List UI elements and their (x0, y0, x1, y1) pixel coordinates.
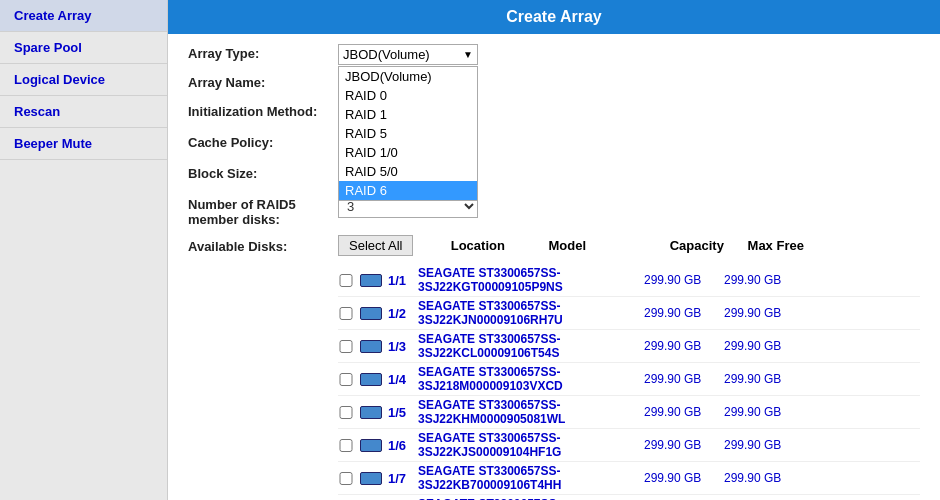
disk-checkbox-6[interactable] (338, 439, 354, 452)
disk-drive-icon (360, 340, 382, 353)
sidebar-item-logical-device[interactable]: Logical Device (0, 64, 167, 96)
disks-table-container: Select All Location Model Capacity Max F… (338, 235, 920, 500)
disk-location: 1/2 (388, 306, 418, 321)
array-type-dropdown-display[interactable]: JBOD(Volume) ▼ (338, 44, 478, 65)
disk-location: 1/7 (388, 471, 418, 486)
array-type-label: Array Type: (188, 44, 338, 61)
capacity-header: Capacity (670, 238, 724, 253)
disk-capacity: 299.90 GB (644, 273, 724, 287)
disk-checkbox-3[interactable] (338, 340, 354, 353)
available-disks-label: Available Disks: (188, 235, 338, 500)
disk-drive-icon (360, 274, 382, 287)
disk-max-free: 299.90 GB (724, 471, 781, 485)
disk-model: SEAGATE ST3300657SS-3SJ22KHM0000905081WL (418, 398, 638, 426)
array-type-dropdown-container[interactable]: JBOD(Volume) ▼ JBOD(Volume) RAID 0 RAID … (338, 44, 478, 65)
block-size-row: Block Size: 64K 128K 256K (188, 164, 920, 187)
disk-max-free: 299.90 GB (724, 273, 781, 287)
disk-capacity: 299.90 GB (644, 471, 724, 485)
disk-checkbox-1[interactable] (338, 274, 354, 287)
array-name-row: Array Name: (188, 73, 920, 94)
array-type-dropdown-list: JBOD(Volume) RAID 0 RAID 1 RAID 5 RAID 1… (338, 66, 478, 201)
available-disks-section: Available Disks: Select All Location Mod… (188, 235, 920, 500)
disk-max-free: 299.90 GB (724, 306, 781, 320)
disk-checkbox-7[interactable] (338, 472, 354, 485)
table-row: 1/6SEAGATE ST3300657SS-3SJ22KJS00009104H… (338, 429, 920, 462)
disk-model: SEAGATE ST3300657SS-3SJ22KJN00009106RH7U (418, 299, 638, 327)
disk-capacity: 299.90 GB (644, 339, 724, 353)
sidebar: Create Array Spare Pool Logical Device R… (0, 0, 168, 500)
disk-capacity: 299.90 GB (644, 306, 724, 320)
init-method-row: Initialization Method: None Quick Full (188, 102, 920, 125)
table-row: 1/4SEAGATE ST3300657SS-3SJ218M000009103V… (338, 363, 920, 396)
disk-max-free: 299.90 GB (724, 405, 781, 419)
raid5-members-row: Number of RAID5 member disks: 3 4 5 (188, 195, 920, 227)
sidebar-item-spare-pool[interactable]: Spare Pool (0, 32, 167, 64)
raid5-members-label: Number of RAID5 member disks: (188, 195, 338, 227)
disk-drive-icon (360, 373, 382, 386)
disk-model: SEAGATE ST3300657SS-3SJ22KGT00009105P9NS (418, 266, 638, 294)
dropdown-option-raid6[interactable]: RAID 6 (339, 181, 477, 200)
disk-capacity: 299.90 GB (644, 438, 724, 452)
disk-location: 1/5 (388, 405, 418, 420)
table-row: 1/3SEAGATE ST3300657SS-3SJ22KCL00009106T… (338, 330, 920, 363)
disk-model: SEAGATE ST3300657SS-3SJ218M000009103VXCD (418, 365, 638, 393)
sidebar-item-create-array[interactable]: Create Array (0, 0, 167, 32)
sidebar-item-beeper-mute[interactable]: Beeper Mute (0, 128, 167, 160)
dropdown-option-raid5[interactable]: RAID 5 (339, 124, 477, 143)
disk-location: 1/3 (388, 339, 418, 354)
dropdown-option-raid10[interactable]: RAID 1/0 (339, 143, 477, 162)
disk-checkbox-4[interactable] (338, 373, 354, 386)
disk-model: SEAGATE ST3300657SS-3SJ22KCL00009106T54S (418, 332, 638, 360)
disk-location: 1/4 (388, 372, 418, 387)
disk-drive-icon (360, 439, 382, 452)
cache-policy-row: Cache Policy: Write Back Write Through (188, 133, 920, 156)
array-type-control: JBOD(Volume) ▼ JBOD(Volume) RAID 0 RAID … (338, 44, 920, 65)
table-row: 1/2SEAGATE ST3300657SS-3SJ22KJN00009106R… (338, 297, 920, 330)
disk-max-free: 299.90 GB (724, 339, 781, 353)
main-body: Array Type: JBOD(Volume) ▼ JBOD(Volume) … (168, 34, 940, 500)
table-row: 1/7SEAGATE ST3300657SS-3SJ22KB700009106T… (338, 462, 920, 495)
dropdown-option-raid0[interactable]: RAID 0 (339, 86, 477, 105)
array-type-row: Array Type: JBOD(Volume) ▼ JBOD(Volume) … (188, 44, 920, 65)
block-size-label: Block Size: (188, 164, 338, 181)
select-all-button[interactable]: Select All (338, 235, 413, 256)
page-title: Create Array (168, 0, 940, 34)
location-header: Location (451, 238, 505, 253)
cache-policy-label: Cache Policy: (188, 133, 338, 150)
array-type-selected-value: JBOD(Volume) (343, 47, 430, 62)
sidebar-item-rescan[interactable]: Rescan (0, 96, 167, 128)
main-content: Create Array Array Type: JBOD(Volume) ▼ … (168, 0, 940, 500)
dropdown-option-raid1[interactable]: RAID 1 (339, 105, 477, 124)
disk-capacity: 299.90 GB (644, 405, 724, 419)
disk-checkbox-2[interactable] (338, 307, 354, 320)
table-row: 1/5SEAGATE ST3300657SS-3SJ22KHM000090508… (338, 396, 920, 429)
disk-checkbox-5[interactable] (338, 406, 354, 419)
disk-model: SEAGATE ST3300657SS-3SJ22KJS00009104HF1G (418, 431, 638, 459)
disk-location: 1/1 (388, 273, 418, 288)
disk-model: SEAGATE ST3300657SS-3SJ22KB700009106T4HH (418, 464, 638, 492)
disk-drive-icon (360, 406, 382, 419)
disk-rows-container: 1/1SEAGATE ST3300657SS-3SJ22KGT00009105P… (338, 264, 920, 500)
table-row: 1/1SEAGATE ST3300657SS-3SJ22KGT00009105P… (338, 264, 920, 297)
disk-drive-icon (360, 472, 382, 485)
disk-capacity: 299.90 GB (644, 372, 724, 386)
array-name-label: Array Name: (188, 73, 338, 90)
dropdown-option-jbod[interactable]: JBOD(Volume) (339, 67, 477, 86)
disk-max-free: 299.90 GB (724, 372, 781, 386)
dropdown-arrow-icon: ▼ (463, 49, 473, 60)
max-free-header: Max Free (748, 238, 804, 253)
table-row: 1/8SEAGATE ST3300657SS-3SJ22SJA000091054… (338, 495, 920, 500)
model-header: Model (549, 238, 587, 253)
disk-drive-icon (360, 307, 382, 320)
init-method-label: Initialization Method: (188, 102, 338, 119)
disk-max-free: 299.90 GB (724, 438, 781, 452)
dropdown-option-raid50[interactable]: RAID 5/0 (339, 162, 477, 181)
disk-location: 1/6 (388, 438, 418, 453)
